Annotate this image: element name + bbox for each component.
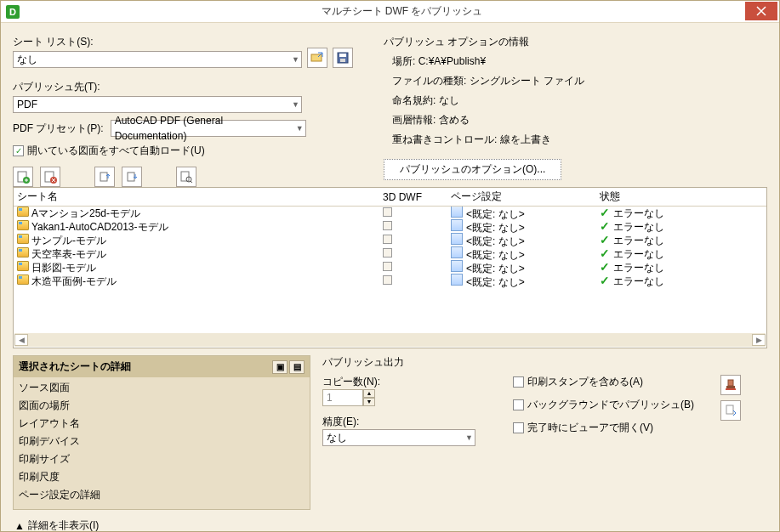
background-checkbox[interactable] bbox=[513, 399, 524, 410]
info-filetype: ファイルの種類: シングルシート ファイル bbox=[384, 74, 767, 88]
check-icon: ✓ bbox=[600, 260, 610, 274]
chevron-down-icon: ▼ bbox=[296, 121, 304, 136]
col-status[interactable]: 状態 bbox=[600, 190, 766, 204]
move-up-button[interactable] bbox=[94, 167, 115, 187]
save-sheetlist-button[interactable] bbox=[333, 48, 353, 68]
autoload-checkbox[interactable]: ✓ bbox=[13, 145, 24, 156]
copies-label: コピー数(N): bbox=[322, 375, 492, 389]
detail-row: レイアウト名 bbox=[19, 415, 305, 433]
stamp-checkbox-row[interactable]: 印刷スタンプを含める(A) bbox=[513, 375, 700, 389]
background-label: バックグラウンドでパブリッシュ(B) bbox=[527, 398, 694, 412]
detail-row: ソース図面 bbox=[19, 379, 305, 397]
check-icon: ✓ bbox=[600, 274, 610, 287]
close-button[interactable] bbox=[745, 2, 777, 20]
sheetlist-dropdown[interactable]: なし ▼ bbox=[13, 51, 302, 68]
page-setup-icon bbox=[451, 246, 463, 258]
add-sheet-button[interactable] bbox=[13, 167, 33, 187]
3d-dwf-checkbox[interactable] bbox=[383, 248, 392, 258]
info-heading: パブリッシュ オプションの情報 bbox=[384, 35, 767, 49]
col-3d-dwf[interactable]: 3D DWF bbox=[383, 191, 451, 203]
viewer-checkbox[interactable] bbox=[513, 422, 524, 433]
autoload-checkbox-row[interactable]: ✓ 開いている図面をすべて自動ロード(U) bbox=[13, 144, 370, 158]
window-title: マルチシート DWF をパブリッシュ bbox=[25, 4, 779, 19]
output-settings-button[interactable] bbox=[720, 400, 741, 421]
svg-rect-13 bbox=[726, 386, 735, 388]
svg-rect-9 bbox=[128, 173, 134, 181]
move-up-icon bbox=[98, 170, 111, 184]
table-row[interactable]: 日影図-モデル<既定: なし>✓エラーなし bbox=[14, 261, 766, 274]
table-row[interactable]: Yakan1-AutoCAD2013-モデル<既定: なし>✓エラーなし bbox=[14, 220, 766, 234]
sheet-arrow-icon bbox=[724, 404, 737, 417]
table-row[interactable]: 木造平面例-モデル<既定: なし>✓エラーなし bbox=[14, 274, 766, 288]
3d-dwf-checkbox[interactable] bbox=[383, 275, 392, 285]
remove-sheet-button[interactable] bbox=[40, 167, 60, 187]
table-row[interactable]: サンプル-モデル<既定: なし>✓エラーなし bbox=[14, 234, 766, 247]
detail-body: ソース図面図面の場所レイアウト名印刷デバイス印刷サイズ印刷尺度ページ設定の詳細 bbox=[14, 377, 310, 509]
copies-spinner[interactable]: ▲ ▼ bbox=[322, 389, 492, 406]
precision-label: 精度(E): bbox=[322, 415, 492, 429]
sheet-detail-panel: 選択されたシートの詳細 ▣ ▤ ソース図面図面の場所レイアウト名印刷デバイス印刷… bbox=[13, 355, 310, 510]
publish-output: パブリッシュ出力 コピー数(N): ▲ ▼ 精度(E): なし bbox=[322, 355, 767, 510]
svg-rect-2 bbox=[339, 54, 346, 57]
sheetlist-value: なし bbox=[17, 52, 37, 67]
col-page-setup[interactable]: ページ設定 bbox=[451, 190, 600, 204]
3d-dwf-checkbox[interactable] bbox=[383, 235, 392, 244]
copies-down-button[interactable]: ▼ bbox=[363, 398, 375, 406]
viewer-checkbox-row[interactable]: 完了時にビューアで開く(V) bbox=[513, 421, 700, 435]
copies-input[interactable] bbox=[322, 389, 363, 406]
sheet-body[interactable]: Aマンション25d-モデル<既定: なし>✓エラーなしYakan1-AutoCA… bbox=[14, 207, 766, 332]
sheet-name: Aマンション25d-モデル bbox=[31, 207, 140, 219]
precision-value: なし bbox=[327, 430, 347, 445]
detail-view2-button[interactable]: ▤ bbox=[289, 360, 305, 374]
page-setup-value: <既定: なし> bbox=[466, 222, 525, 234]
3d-dwf-checkbox[interactable] bbox=[383, 221, 392, 230]
detail-row: ページ設定の詳細 bbox=[19, 486, 305, 504]
page-setup-value: <既定: なし> bbox=[466, 235, 525, 247]
triangle-up-icon: ▲ bbox=[14, 520, 25, 532]
page-setup-icon bbox=[451, 219, 463, 231]
status-value: エラーなし bbox=[613, 262, 664, 274]
chevron-down-icon: ▼ bbox=[292, 97, 299, 112]
autoload-label: 開いている図面をすべて自動ロード(U) bbox=[27, 144, 205, 158]
pdfpreset-dropdown[interactable]: AutoCAD PDF (General Documentation) ▼ bbox=[111, 120, 306, 137]
table-row[interactable]: Aマンション25d-モデル<既定: なし>✓エラーなし bbox=[14, 207, 766, 220]
stamp-checkbox[interactable] bbox=[513, 376, 524, 388]
publish-options-button[interactable]: パブリッシュのオプション(O)... bbox=[384, 159, 561, 180]
sheet-name: Yakan1-AutoCAD2013-モデル bbox=[31, 221, 168, 233]
page-setup-icon bbox=[451, 274, 463, 286]
precision-dropdown[interactable]: なし ▼ bbox=[322, 429, 475, 446]
check-icon: ✓ bbox=[600, 233, 610, 246]
background-checkbox-row[interactable]: バックグラウンドでパブリッシュ(B) bbox=[513, 398, 700, 412]
scroll-right-icon[interactable]: ▶ bbox=[752, 334, 766, 346]
svg-rect-15 bbox=[726, 405, 733, 414]
detail-heading: 選択されたシートの詳細 bbox=[19, 359, 131, 374]
page-setup-value: <既定: なし> bbox=[466, 208, 525, 220]
titlebar: D マルチシート DWF をパブリッシュ bbox=[1, 1, 779, 23]
3d-dwf-checkbox[interactable] bbox=[383, 207, 392, 217]
preview-button[interactable] bbox=[176, 167, 196, 187]
app-icon: D bbox=[6, 5, 20, 19]
preview-icon bbox=[179, 170, 193, 184]
check-icon: ✓ bbox=[600, 207, 610, 219]
horizontal-scrollbar[interactable]: ◀ ▶ bbox=[14, 333, 766, 347]
move-down-button[interactable] bbox=[122, 167, 142, 187]
detail-row: 図面の場所 bbox=[19, 397, 305, 415]
3d-dwf-checkbox[interactable] bbox=[383, 262, 392, 271]
status-value: エラーなし bbox=[613, 235, 664, 246]
detail-view1-button[interactable]: ▣ bbox=[272, 360, 288, 374]
sheet-toolbar bbox=[13, 167, 370, 187]
table-row[interactable]: 天空率表-モデル<既定: なし>✓エラーなし bbox=[14, 247, 766, 261]
scroll-left-icon[interactable]: ◀ bbox=[14, 334, 28, 346]
sheet-icon bbox=[17, 207, 29, 217]
stamp-settings-button[interactable] bbox=[720, 375, 741, 395]
move-down-icon bbox=[125, 170, 139, 184]
page-setup-value: <既定: なし> bbox=[466, 276, 525, 288]
open-sheetlist-button[interactable] bbox=[307, 48, 327, 68]
hide-detail-toggle[interactable]: ▲ 詳細を非表示(I) bbox=[14, 518, 99, 532]
chevron-down-icon: ▼ bbox=[292, 52, 299, 67]
status-value: エラーなし bbox=[613, 221, 664, 233]
col-sheet-name[interactable]: シート名 bbox=[17, 190, 383, 204]
save-icon bbox=[336, 51, 350, 65]
copies-up-button[interactable]: ▲ bbox=[363, 389, 375, 398]
publishto-dropdown[interactable]: PDF ▼ bbox=[13, 96, 302, 113]
